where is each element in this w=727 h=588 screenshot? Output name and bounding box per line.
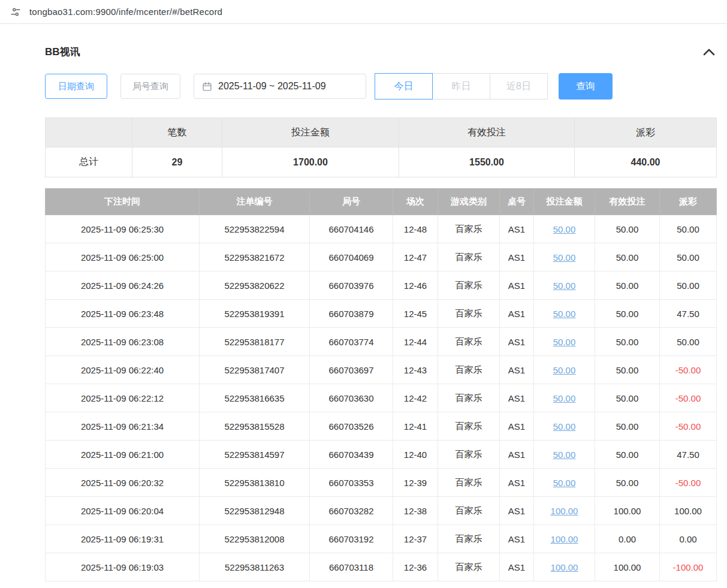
cell-bet-amount: 100.00: [534, 525, 595, 553]
cell-bet-time: 2025-11-09 06:19:31: [46, 525, 200, 553]
cell-session: 12-38: [393, 497, 438, 525]
cell-table-no: AS1: [500, 272, 534, 300]
cell-session: 12-45: [393, 300, 438, 328]
col-header-session: 场次: [393, 189, 438, 215]
cell-table-no: AS1: [500, 412, 534, 441]
cell-table-no: AS1: [500, 441, 534, 469]
bet-amount-link[interactable]: 50.00: [553, 450, 576, 460]
bet-amount-link[interactable]: 50.00: [553, 281, 576, 291]
bet-amount-link[interactable]: 50.00: [553, 252, 576, 263]
cell-valid-bet: 50.00: [595, 328, 660, 356]
cell-order-no: 522953821672: [200, 243, 310, 272]
cell-round-no: 660703879: [310, 300, 393, 328]
bet-table-header-row: 下注时间 注单编号 局号 场次 游戏类别 桌号 投注金额 有效投注 派彩: [46, 189, 717, 215]
address-bar: tongbao31.com:9900/infe/mcenter/#/betRec…: [0, 0, 727, 24]
cell-round-no: 660703774: [310, 328, 393, 356]
cell-round-no: 660703192: [310, 525, 393, 553]
cell-payout: 50.00: [660, 243, 717, 272]
cell-bet-time: 2025-11-09 06:21:00: [46, 441, 200, 469]
search-button[interactable]: 查询: [559, 73, 613, 99]
cell-bet-amount: 100.00: [534, 497, 595, 525]
bet-amount-link[interactable]: 50.00: [553, 337, 576, 347]
cell-payout: 47.50: [660, 441, 717, 469]
summary-total-count: 29: [132, 147, 222, 177]
table-row: 2025-11-09 06:23:08522953818177660703774…: [46, 328, 717, 356]
bet-amount-link[interactable]: 100.00: [551, 506, 578, 516]
cell-round-no: 660703439: [310, 441, 393, 469]
summary-table: 笔数 投注金额 有效投注 派彩 总计 29 1700.00 1550.00 44…: [45, 117, 717, 177]
cell-payout: 50.00: [660, 215, 717, 243]
cell-payout: 50.00: [660, 328, 717, 356]
cell-session: 12-40: [393, 441, 438, 469]
date-query-tab[interactable]: 日期查询: [45, 74, 107, 99]
yesterday-button[interactable]: 昨日: [432, 73, 490, 99]
cell-session: 12-39: [393, 469, 438, 497]
bet-amount-link[interactable]: 100.00: [551, 562, 578, 572]
cell-table-no: AS1: [500, 384, 534, 412]
cell-table-no: AS1: [500, 300, 534, 328]
cell-session: 12-47: [393, 243, 438, 272]
panel-header: BB视讯: [45, 25, 716, 59]
collapse-panel-button[interactable]: [702, 47, 716, 58]
cell-game-type: 百家乐: [438, 412, 500, 441]
summary-header-row: 笔数 投注金额 有效投注 派彩: [46, 118, 717, 147]
cell-valid-bet: 50.00: [595, 243, 660, 272]
cell-valid-bet: 0.00: [595, 525, 660, 553]
bet-amount-link[interactable]: 50.00: [553, 224, 576, 234]
cell-order-no: 522953818177: [200, 328, 310, 356]
cell-round-no: 660703976: [310, 272, 393, 300]
cell-table-no: AS1: [500, 243, 534, 272]
site-settings-icon[interactable]: [10, 6, 22, 18]
round-query-tab[interactable]: 局号查询: [120, 74, 180, 99]
cell-game-type: 百家乐: [438, 272, 500, 300]
cell-order-no: 522953813810: [200, 469, 310, 497]
url-text[interactable]: tongbao31.com:9900/infe/mcenter/#/betRec…: [29, 7, 222, 17]
cell-game-type: 百家乐: [438, 525, 500, 553]
col-header-order-no: 注单编号: [200, 189, 310, 215]
cell-game-type: 百家乐: [438, 497, 500, 525]
bet-amount-link[interactable]: 50.00: [553, 478, 576, 488]
cell-payout: -100.00: [660, 553, 717, 581]
cell-payout: 47.50: [660, 300, 717, 328]
cell-order-no: 522953812948: [200, 497, 310, 525]
summary-total-row: 总计 29 1700.00 1550.00 440.00: [46, 147, 717, 177]
table-row: 2025-11-09 06:22:12522953816635660703630…: [46, 384, 717, 412]
table-row: 2025-11-09 06:20:32522953813810660703353…: [46, 469, 717, 497]
cell-order-no: 522953812008: [200, 525, 310, 553]
cell-bet-amount: 50.00: [534, 243, 595, 272]
cell-table-no: AS1: [500, 356, 534, 384]
cell-round-no: 660703118: [310, 553, 393, 581]
cell-session: 12-42: [393, 384, 438, 412]
cell-valid-bet: 50.00: [595, 412, 660, 441]
summary-header-valid-bet: 有效投注: [399, 118, 575, 147]
cell-bet-time: 2025-11-09 06:23:48: [46, 300, 200, 328]
cell-bet-time: 2025-11-09 06:20:32: [46, 469, 200, 497]
cell-bet-time: 2025-11-09 06:22:12: [46, 384, 200, 412]
cell-order-no: 522953814597: [200, 441, 310, 469]
cell-payout: 50.00: [660, 272, 717, 300]
col-header-bet-amount: 投注金额: [534, 189, 595, 215]
bet-amount-link[interactable]: 50.00: [553, 309, 576, 319]
cell-bet-amount: 50.00: [534, 441, 595, 469]
last-8-days-button[interactable]: 近8日: [490, 73, 548, 99]
cell-table-no: AS1: [500, 215, 534, 243]
today-button[interactable]: 今日: [375, 73, 433, 99]
bet-amount-link[interactable]: 50.00: [553, 393, 576, 403]
bet-amount-link[interactable]: 50.00: [553, 365, 576, 375]
summary-header-bet-amount: 投注金额: [222, 118, 399, 147]
table-row: 2025-11-09 06:24:26522953820622660703976…: [46, 272, 717, 300]
cell-payout: -50.00: [660, 412, 717, 441]
date-range-picker[interactable]: 2025-11-09 ~ 2025-11-09: [194, 74, 366, 99]
bet-amount-link[interactable]: 100.00: [551, 534, 578, 544]
cell-session: 12-46: [393, 272, 438, 300]
cell-bet-amount: 50.00: [534, 412, 595, 441]
cell-bet-time: 2025-11-09 06:25:30: [46, 215, 200, 243]
bet-amount-link[interactable]: 50.00: [553, 421, 576, 432]
cell-table-no: AS1: [500, 553, 534, 581]
cell-order-no: 522953816635: [200, 384, 310, 412]
cell-session: 12-41: [393, 412, 438, 441]
cell-order-no: 522953822594: [200, 215, 310, 243]
cell-session: 12-44: [393, 328, 438, 356]
cell-payout: -50.00: [660, 356, 717, 384]
bet-table-body: 2025-11-09 06:25:30522953822594660704146…: [46, 215, 717, 581]
